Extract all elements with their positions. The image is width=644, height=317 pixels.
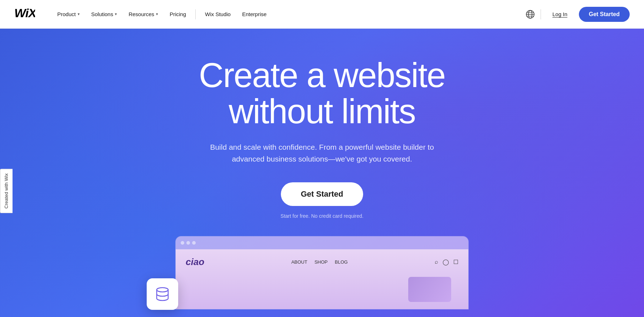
main-nav: Product ▾ Solutions ▾ Resources ▾ Pricin…: [52, 8, 526, 20]
resources-chevron-icon: ▾: [156, 12, 158, 16]
nav-item-solutions[interactable]: Solutions ▾: [86, 8, 122, 20]
hero-content: Create a website without limits Build an…: [199, 57, 445, 236]
svg-point-6: [157, 288, 168, 292]
hero-footnote: Start for free. No credit card required.: [280, 213, 364, 219]
browser-dot-2: [186, 241, 190, 245]
hero-preview-window: ciao ABOUT SHOP BLOG ⌕ ◯ ☐: [175, 236, 469, 309]
right-divider: [541, 9, 541, 19]
nav-item-wix-studio[interactable]: Wix Studio: [200, 8, 236, 20]
floating-database-card: [147, 278, 178, 310]
side-badge-label: Created with Wix: [4, 173, 9, 208]
login-button[interactable]: Log In: [547, 8, 573, 20]
nav-item-pricing[interactable]: Pricing: [165, 8, 191, 20]
preview-nav-about: ABOUT: [291, 259, 307, 265]
preview-user-icon: ◯: [443, 259, 449, 265]
preview-nav-blog: BLOG: [335, 259, 348, 265]
preview-content: ciao ABOUT SHOP BLOG ⌕ ◯ ☐: [176, 249, 468, 309]
hero-subtitle: Build and scale with confidence. From a …: [208, 141, 436, 165]
hero-section: Created with Wix Create a website withou…: [0, 29, 644, 317]
preview-product-image: [408, 277, 451, 302]
database-icon: [154, 285, 171, 303]
solutions-chevron-icon: ▾: [115, 12, 117, 16]
preview-nav-shop: SHOP: [314, 259, 328, 265]
nav-item-enterprise[interactable]: Enterprise: [237, 8, 272, 20]
browser-dot-1: [181, 241, 184, 245]
hero-title: Create a website without limits: [199, 57, 445, 130]
product-chevron-icon: ▾: [78, 12, 80, 16]
nav-solutions-label: Solutions: [91, 11, 113, 17]
preview-cart-icon: ☐: [453, 259, 458, 265]
nav-item-product[interactable]: Product ▾: [52, 8, 85, 20]
nav-enterprise-label: Enterprise: [242, 11, 267, 17]
preview-nav-links: ABOUT SHOP BLOG: [291, 259, 348, 265]
nav-product-label: Product: [57, 11, 76, 17]
globe-icon[interactable]: [526, 10, 535, 19]
svg-text:WiX: WiX: [14, 8, 35, 19]
preview-hero-area: [186, 273, 458, 302]
wix-logo[interactable]: WiX: [14, 7, 35, 22]
nav-resources-label: Resources: [128, 11, 154, 17]
get-started-hero-button[interactable]: Get Started: [281, 182, 364, 206]
navbar-right: Log In Get Started: [526, 7, 630, 22]
nav-wix-studio-label: Wix Studio: [205, 11, 231, 17]
browser-bar: [176, 236, 468, 249]
preview-site-logo: ciao: [186, 256, 204, 268]
browser-dot-3: [192, 241, 196, 245]
nav-pricing-label: Pricing: [170, 11, 186, 17]
preview-search-icon: ⌕: [435, 259, 438, 265]
nav-divider: [195, 9, 196, 19]
preview-nav: ciao ABOUT SHOP BLOG ⌕ ◯ ☐: [186, 256, 458, 268]
created-with-wix-badge: Created with Wix: [0, 168, 13, 213]
nav-item-resources[interactable]: Resources ▾: [123, 8, 163, 20]
navbar: WiX Product ▾ Solutions ▾ Resources ▾ Pr…: [0, 0, 644, 29]
get-started-nav-button[interactable]: Get Started: [579, 7, 630, 22]
preview-nav-icons: ⌕ ◯ ☐: [435, 259, 458, 265]
